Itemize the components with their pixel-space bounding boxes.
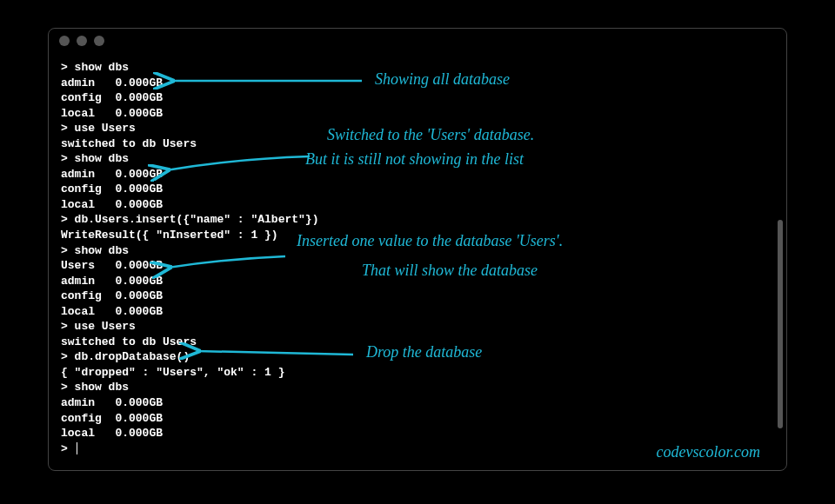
terminal-line: WriteResult({ "nInserted" : 1 }) bbox=[61, 229, 278, 242]
terminal-line: > use Users bbox=[61, 320, 136, 333]
terminal-line: > show dbs bbox=[61, 61, 129, 74]
annotation-switched-2: But it is still not showing in the list bbox=[305, 150, 524, 169]
terminal-line: switched to db Users bbox=[61, 137, 197, 150]
arrow-icon bbox=[164, 255, 290, 276]
arrow-icon bbox=[166, 72, 366, 94]
scrollbar[interactable] bbox=[778, 220, 783, 428]
terminal-line: > use Users bbox=[61, 122, 136, 135]
titlebar bbox=[49, 29, 786, 53]
terminal-line: admin 0.000GB bbox=[61, 275, 163, 288]
annotation-switched: Switched to the 'Users' database. bbox=[327, 126, 534, 144]
terminal-content[interactable]: > show dbs admin 0.000GB config 0.000GB … bbox=[49, 53, 786, 463]
terminal-line: local 0.000GB bbox=[61, 107, 163, 120]
terminal-line: config 0.000GB bbox=[61, 91, 163, 104]
terminal-line: > show dbs bbox=[61, 244, 129, 257]
annotation-show-dbs: Showing all database bbox=[375, 70, 510, 89]
terminal-line: > db.Users.insert({"name" : "Albert"}) bbox=[61, 213, 318, 226]
terminal-line: > db.dropDatabase() bbox=[61, 350, 190, 363]
terminal-line: switched to db Users bbox=[61, 335, 197, 348]
terminal-line: > show dbs bbox=[61, 152, 129, 165]
terminal-line: admin 0.000GB bbox=[61, 168, 163, 181]
annotation-inserted-2: That will show the database bbox=[362, 262, 538, 280]
terminal-line: local 0.000GB bbox=[61, 305, 163, 318]
terminal-window: > show dbs admin 0.000GB config 0.000GB … bbox=[48, 28, 787, 471]
annotation-drop: Drop the database bbox=[366, 343, 482, 361]
arrow-icon bbox=[162, 155, 314, 181]
terminal-line: local 0.000GB bbox=[61, 198, 163, 211]
terminal-line: > bbox=[61, 442, 75, 455]
terminal-line: { "dropped" : "Users", "ok" : 1 } bbox=[61, 366, 284, 379]
terminal-line: > show dbs bbox=[61, 381, 129, 394]
svg-line-1 bbox=[197, 351, 353, 355]
terminal-line: config 0.000GB bbox=[61, 289, 163, 302]
close-icon[interactable] bbox=[59, 36, 70, 46]
terminal-line: admin 0.000GB bbox=[61, 396, 163, 409]
cursor bbox=[77, 442, 77, 454]
maximize-icon[interactable] bbox=[94, 36, 104, 46]
terminal-line: config 0.000GB bbox=[61, 412, 163, 425]
arrow-icon bbox=[192, 346, 357, 368]
minimize-icon[interactable] bbox=[77, 36, 87, 46]
terminal-line: admin 0.000GB bbox=[61, 76, 163, 90]
terminal-line: Users 0.000GB bbox=[61, 259, 163, 272]
annotation-inserted: Inserted one value to the database 'User… bbox=[297, 232, 563, 250]
terminal-line: config 0.000GB bbox=[61, 182, 163, 196]
watermark: codevscolor.com bbox=[657, 443, 760, 461]
terminal-line: local 0.000GB bbox=[61, 427, 163, 440]
